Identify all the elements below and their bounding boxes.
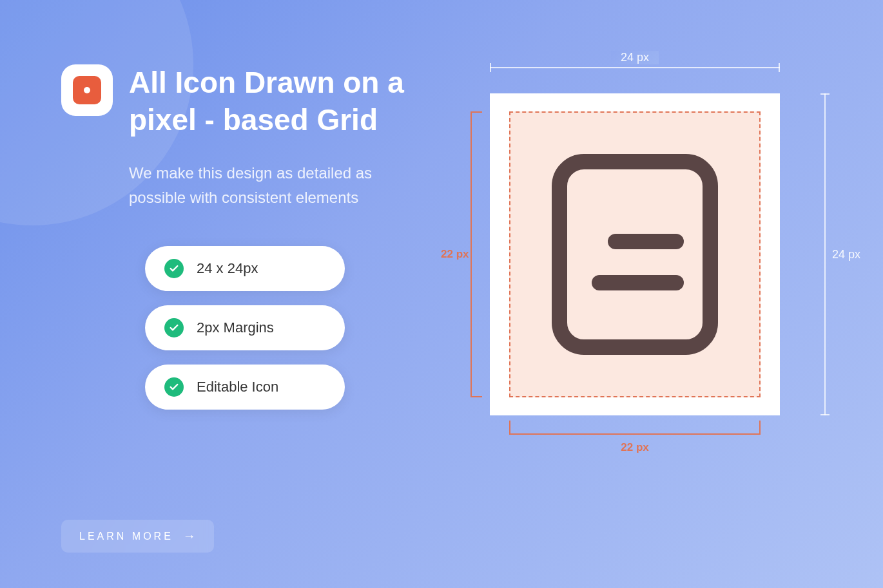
check-icon (164, 259, 184, 278)
inner-width-label: 22 px (621, 441, 648, 454)
check-icon (164, 377, 184, 397)
content-area: All Icon Drawn on a pixel - based Grid W… (61, 64, 422, 410)
page-title: All Icon Drawn on a pixel - based Grid (129, 64, 422, 138)
feature-label: 2px Margins (197, 319, 274, 336)
document-icon (552, 154, 718, 355)
grid-diagram: 24 px 24 px 22 px 22 px (461, 58, 835, 457)
learn-more-label: LEARN MORE (79, 531, 173, 542)
left-bracket: 22 px (471, 111, 482, 397)
features-list: 24 x 24px 2px Margins Editable Icon (145, 246, 422, 410)
logo-icon (73, 76, 101, 104)
right-ruler-line (824, 93, 826, 415)
doc-line-icon (592, 275, 684, 290)
learn-more-button[interactable]: LEARN MORE → (61, 520, 214, 553)
check-icon (164, 318, 184, 337)
inner-height-label: 22 px (441, 248, 469, 261)
feature-item-size: 24 x 24px (145, 246, 345, 291)
bottom-bracket: 22 px (509, 421, 761, 435)
icon-artboard (490, 93, 780, 415)
feature-item-editable: Editable Icon (145, 365, 345, 410)
doc-line-icon (608, 234, 684, 249)
arrow-right-icon: → (183, 529, 196, 544)
feature-label: Editable Icon (197, 379, 278, 395)
page-subtitle: We make this design as detailed as possi… (129, 161, 422, 211)
header-row: All Icon Drawn on a pixel - based Grid (61, 64, 422, 138)
right-ruler: 24 px (815, 93, 835, 415)
logo-dot (84, 87, 90, 93)
top-ruler: 24 px (490, 58, 780, 77)
feature-item-margins: 2px Margins (145, 305, 345, 350)
outer-height-label: 24 px (832, 248, 860, 261)
logo-box (61, 64, 113, 116)
top-ruler-line (490, 67, 780, 68)
outer-width-label: 24 px (611, 51, 659, 64)
feature-label: 24 x 24px (197, 260, 258, 277)
safe-area (509, 111, 761, 397)
